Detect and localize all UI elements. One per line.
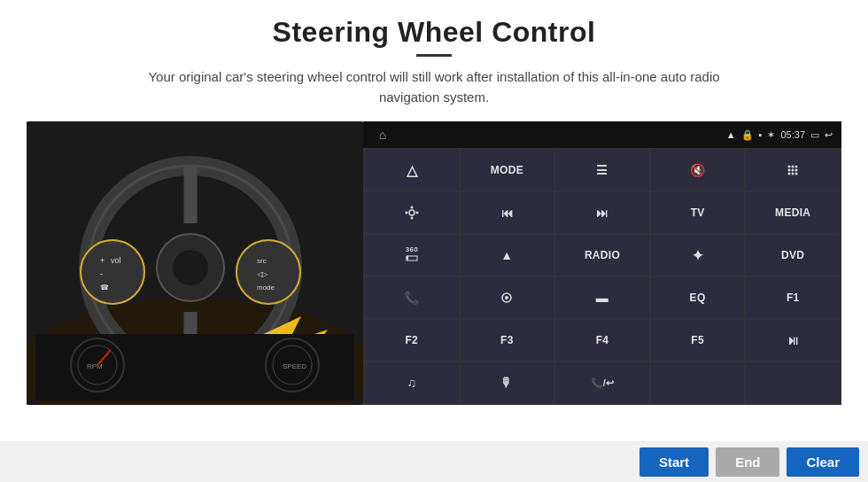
grid-btn-f1[interactable]: F1 <box>746 277 840 318</box>
grid-btn-mirror[interactable]: ▬ <box>555 277 649 318</box>
svg-point-38 <box>795 173 798 175</box>
svg-point-36 <box>788 173 791 175</box>
svg-text:RPM: RPM <box>87 362 103 370</box>
grid-btn-phone[interactable]: 📞 <box>365 277 459 318</box>
svg-point-9 <box>173 250 208 285</box>
grid-btn-hangup[interactable]: 📞/↩ <box>555 362 649 403</box>
wifi-icon: ▲ <box>726 129 736 140</box>
grid-btn-prev[interactable]: ⏮ <box>461 192 554 233</box>
svg-text:-: - <box>100 269 103 278</box>
svg-text:+: + <box>100 256 105 265</box>
grid-btn-next[interactable]: ⏭ <box>555 192 649 233</box>
page-container: Steering Wheel Control Your original car… <box>0 0 868 482</box>
svg-point-31 <box>792 166 794 168</box>
lock-icon: 🔒 <box>741 129 754 141</box>
svg-point-35 <box>795 169 798 172</box>
svg-point-40 <box>410 206 413 209</box>
title-divider <box>416 54 452 57</box>
status-right: ▲ 🔒 ▪ ✶ 05:37 ▭ ↩ <box>726 129 833 141</box>
svg-point-33 <box>788 169 791 172</box>
svg-text:☎: ☎ <box>100 284 109 292</box>
grid-btn-menu[interactable]: ☰ <box>555 150 649 190</box>
svg-point-43 <box>415 212 418 214</box>
svg-text:SPEED: SPEED <box>283 362 306 370</box>
screen-icon: ▭ <box>810 129 819 141</box>
svg-text:mode: mode <box>257 284 275 292</box>
grid-btn-f4[interactable]: F4 <box>555 320 649 361</box>
grid-btn-empty1[interactable] <box>651 362 745 403</box>
grid-btn-navigate[interactable]: △ <box>365 150 459 190</box>
svg-text:vol: vol <box>111 256 121 265</box>
svg-point-47 <box>505 296 508 299</box>
grid-btn-mute[interactable]: 🔇 <box>651 150 745 190</box>
start-button[interactable]: Start <box>639 447 709 477</box>
grid-btn-f5[interactable]: F5 <box>651 320 745 361</box>
grid-btn-tv[interactable]: TV <box>651 192 745 233</box>
grid-btn-brightness[interactable]: ✦ <box>651 235 745 276</box>
status-bar: ⌂ ▲ 🔒 ▪ ✶ 05:37 ▭ ↩ <box>363 121 841 148</box>
status-left: ⌂ <box>372 126 393 144</box>
steering-wheel-image: + vol - ☎ src ◁▷ mode RPM SP <box>27 121 363 405</box>
svg-point-42 <box>405 212 407 214</box>
grid-btn-f2[interactable]: F2 <box>365 320 459 361</box>
svg-point-37 <box>792 173 794 175</box>
svg-point-30 <box>788 166 791 168</box>
grid-btn-dvd[interactable]: DVD <box>746 235 840 276</box>
clear-button[interactable]: Clear <box>787 447 859 477</box>
grid-btn-radio[interactable]: RADIO <box>555 235 649 276</box>
end-button[interactable]: End <box>716 447 779 477</box>
grid-btn-mode[interactable]: MODE <box>461 150 554 190</box>
grid-btn-play-pause[interactable]: ⏯ <box>746 320 840 361</box>
grid-btn-f3[interactable]: F3 <box>461 320 554 361</box>
content-row: + vol - ☎ src ◁▷ mode RPM SP <box>27 121 841 405</box>
time-display: 05:37 <box>780 129 805 140</box>
grid-btn-eject[interactable]: ▲ <box>461 235 554 276</box>
sim-icon: ▪ <box>759 129 763 140</box>
back-icon: ↩ <box>825 129 833 141</box>
grid-btn-media[interactable]: MEDIA <box>746 192 840 233</box>
grid-btn-360cam[interactable]: 360 <box>365 235 459 276</box>
svg-text:src: src <box>257 257 267 265</box>
svg-point-34 <box>792 169 794 172</box>
grid-btn-mic[interactable]: 🎙 <box>461 362 554 403</box>
svg-point-39 <box>409 210 415 215</box>
bluetooth-icon: ✶ <box>767 129 775 141</box>
page-title: Steering Wheel Control <box>273 16 596 49</box>
svg-point-32 <box>795 166 798 168</box>
grid-btn-empty2[interactable] <box>746 362 840 403</box>
grid-btn-navi[interactable] <box>461 277 554 318</box>
page-subtitle: Your original car's steering wheel contr… <box>133 67 735 107</box>
grid-btn-music[interactable]: ♫ <box>365 362 459 403</box>
grid-btn-settings[interactable] <box>365 192 459 233</box>
android-panel: ⌂ ▲ 🔒 ▪ ✶ 05:37 ▭ ↩ △MODE☰🔇⏮⏭TVMEDIA360▲… <box>363 121 841 405</box>
grid-btn-apps[interactable] <box>746 150 840 190</box>
grid-btn-eq[interactable]: EQ <box>651 277 745 318</box>
home-icon[interactable]: ⌂ <box>372 126 393 144</box>
svg-point-41 <box>410 217 413 220</box>
control-button-grid: △MODE☰🔇⏮⏭TVMEDIA360▲RADIO✦DVD📞▬EQF1F2F3F… <box>363 148 841 405</box>
bottom-buttons-bar: Start End Clear <box>0 441 868 482</box>
svg-text:◁▷: ◁▷ <box>257 270 268 278</box>
